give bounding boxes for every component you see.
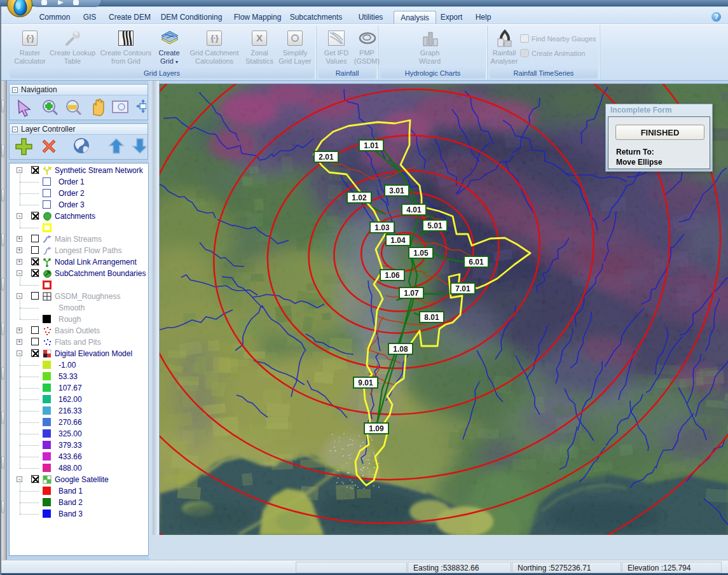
svg-text:9.01: 9.01: [358, 378, 373, 387]
svg-text:7.01: 7.01: [455, 284, 470, 293]
svg-text:2.01: 2.01: [319, 153, 334, 162]
svg-text:1.09: 1.09: [369, 424, 384, 433]
svg-text:1.06: 1.06: [385, 271, 400, 280]
svg-text:1.03: 1.03: [374, 223, 390, 232]
svg-text:4.01: 4.01: [406, 205, 422, 214]
svg-text:3.01: 3.01: [389, 186, 404, 195]
svg-text:1.05: 1.05: [413, 249, 429, 258]
svg-text:1.07: 1.07: [404, 289, 419, 298]
svg-text:5.01: 5.01: [427, 221, 443, 230]
svg-text:1.08: 1.08: [393, 345, 408, 354]
svg-text:6.01: 6.01: [469, 258, 484, 267]
svg-text:1.04: 1.04: [390, 236, 406, 245]
svg-text:1.02: 1.02: [352, 193, 367, 202]
svg-text:1.01: 1.01: [364, 141, 379, 150]
svg-text:8.01: 8.01: [424, 313, 439, 322]
